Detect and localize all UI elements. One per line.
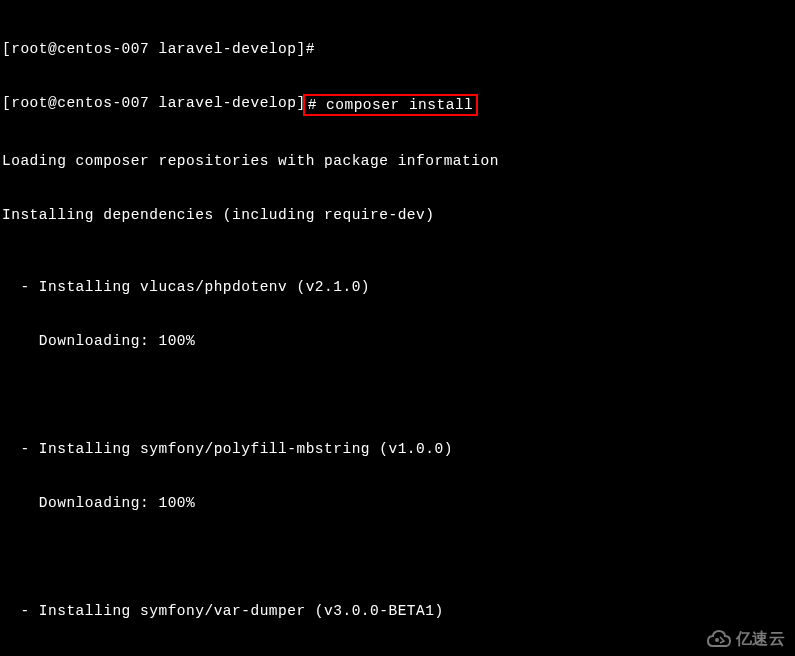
svg-point-0 bbox=[715, 638, 719, 642]
shell-prompt-command: [root@centos-007 laravel-develop]# compo… bbox=[2, 94, 793, 116]
prompt-symbol: # bbox=[308, 97, 326, 113]
entered-command: composer install bbox=[326, 97, 473, 113]
watermark-text: 亿速云 bbox=[736, 630, 786, 648]
cloud-icon bbox=[706, 630, 732, 648]
package-download-line: Downloading: 100% bbox=[2, 494, 793, 512]
blank-line bbox=[2, 386, 793, 404]
package-install-line: - Installing symfony/var-dumper (v3.0.0-… bbox=[2, 602, 793, 620]
prompt-user-host: [root@centos-007 laravel-develop] bbox=[2, 40, 306, 58]
package-download-line: Downloading: 100% bbox=[2, 332, 793, 350]
package-install-line: - Installing symfony/polyfill-mbstring (… bbox=[2, 440, 793, 458]
package-install-line: - Installing vlucas/phpdotenv (v2.1.0) bbox=[2, 278, 793, 296]
prompt-symbol: # bbox=[306, 40, 324, 58]
shell-prompt-empty: [root@centos-007 laravel-develop]# bbox=[2, 40, 793, 58]
blank-line bbox=[2, 548, 793, 566]
output-installing-deps: Installing dependencies (including requi… bbox=[2, 206, 793, 224]
prompt-user-host: [root@centos-007 laravel-develop] bbox=[2, 94, 306, 116]
terminal-output[interactable]: [root@centos-007 laravel-develop]# [root… bbox=[0, 0, 795, 656]
watermark-logo: 亿速云 bbox=[706, 630, 786, 648]
output-loading: Loading composer repositories with packa… bbox=[2, 152, 793, 170]
command-highlight-box: # composer install bbox=[303, 94, 479, 116]
